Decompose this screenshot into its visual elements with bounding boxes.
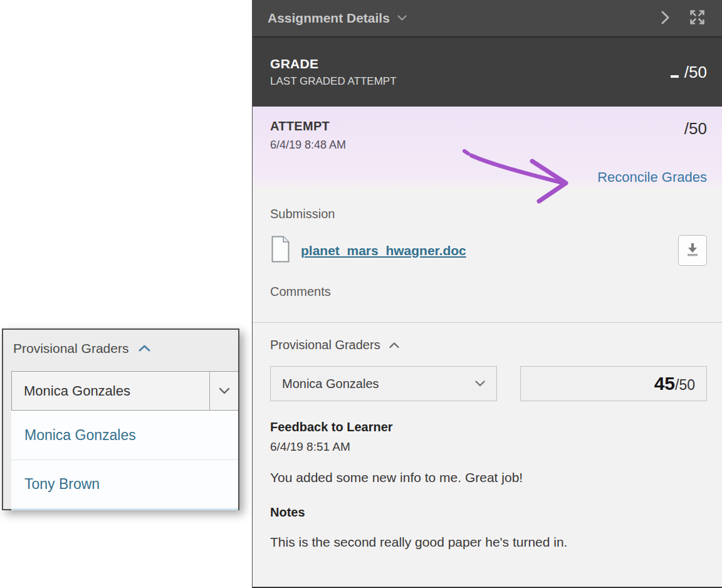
attempt-date: 6/4/19 8:48 AM [270, 139, 707, 152]
feedback-date: 6/4/19 8:51 AM [270, 440, 707, 454]
chevron-down-icon [397, 13, 407, 24]
provisional-graders-callout: Provisional Graders Monica Gonzales Moni… [2, 328, 239, 510]
file-icon [270, 235, 291, 266]
provisional-graders-toggle[interactable]: Provisional Graders [270, 338, 399, 352]
panel-title-dropdown[interactable]: Assignment Details [268, 11, 407, 26]
panel-header: Assignment Details [253, 0, 722, 38]
provisional-graders-label: Provisional Graders [270, 338, 380, 352]
chevron-up-icon [389, 340, 399, 351]
comments-label: Comments [270, 285, 707, 299]
assignment-details-panel: Assignment Details [252, 0, 722, 588]
grade-label: GRADE [270, 56, 397, 71]
provisional-grade-value: 45 [654, 367, 675, 401]
notes-text: This is the second really good paper he'… [270, 535, 707, 550]
reconcile-grades-link[interactable]: Reconcile Grades [597, 169, 707, 186]
grader-select[interactable]: Monica Gonzales [270, 366, 497, 401]
fullscreen-button[interactable] [689, 9, 706, 28]
notes-heading: Notes [270, 505, 707, 520]
popup-graders-toggle[interactable]: Provisional Graders [3, 330, 150, 356]
panel-title: Assignment Details [268, 11, 390, 26]
feedback-text: You added some new info to me. Great job… [270, 470, 707, 485]
grade-section: GRADE LAST GRADED ATTEMPT /50 [253, 38, 722, 107]
grader-option[interactable]: Monica Gonzales [11, 411, 238, 459]
chevron-down-icon [209, 372, 238, 410]
download-icon [686, 242, 699, 259]
attempt-section: ATTEMPT 6/4/19 8:48 AM /50 Reconcile Gra… [253, 107, 722, 188]
popup-grader-select[interactable]: Monica Gonzales [11, 371, 238, 411]
popup-grader-select-value: Monica Gonzales [12, 383, 130, 399]
chevron-right-icon [661, 10, 670, 27]
submission-file-link[interactable]: planet_mars_hwagner.doc [301, 243, 466, 258]
feedback-heading: Feedback to Learner [270, 420, 707, 434]
chevron-up-icon [139, 343, 150, 354]
provisional-graders-section: Provisional Graders Monica Gonzales 45 /… [253, 323, 722, 587]
attempt-score-max: /50 [684, 119, 707, 139]
grader-select-value: Monica Gonzales [282, 377, 379, 391]
grade-score: /50 [671, 63, 707, 82]
expand-icon [689, 9, 706, 28]
grade-sublabel: LAST GRADED ATTEMPT [270, 75, 397, 88]
popup-graders-label: Provisional Graders [13, 341, 128, 356]
submission-file-row: planet_mars_hwagner.doc [270, 235, 707, 266]
submission-section: Submission planet_mars_hwagner.doc [253, 188, 722, 323]
empty-grade-indicator [671, 75, 679, 78]
collapse-panel-button[interactable] [661, 10, 670, 27]
submission-label: Submission [270, 207, 707, 221]
download-button[interactable] [678, 235, 707, 266]
grader-controls-row: Monica Gonzales 45 /50 [270, 366, 707, 401]
grade-score-max: /50 [684, 63, 707, 82]
grader-option[interactable]: Tony Brown [11, 459, 238, 508]
attempt-label: ATTEMPT [270, 119, 707, 134]
chevron-down-icon [475, 381, 485, 387]
provisional-grade-max: /50 [675, 368, 695, 402]
grader-options-list: Monica Gonzales Tony Brown [11, 411, 238, 510]
provisional-grade-pill: 45 /50 [520, 366, 707, 401]
